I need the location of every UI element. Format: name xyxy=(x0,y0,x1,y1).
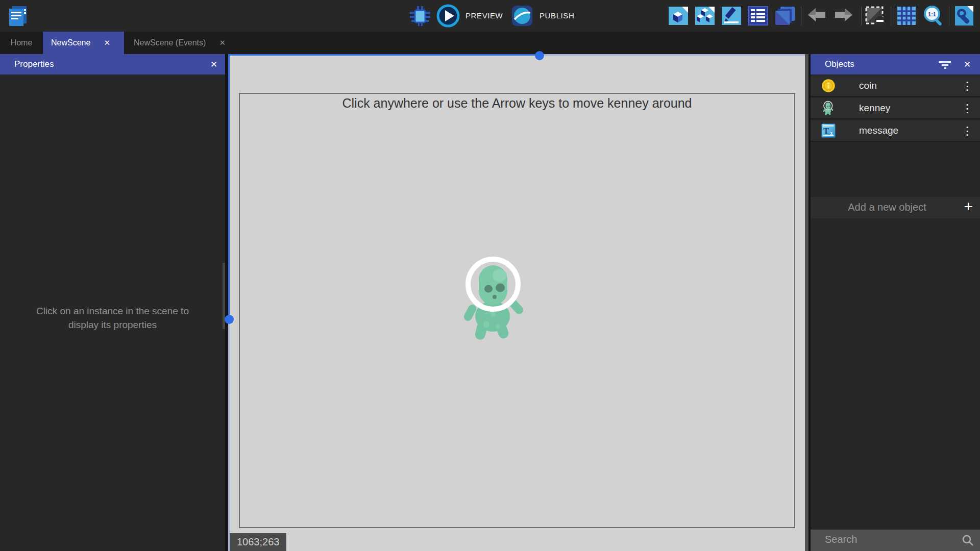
mask-selection-icon[interactable] xyxy=(863,4,887,28)
redo-icon[interactable] xyxy=(832,4,855,28)
object-label: coin xyxy=(859,80,877,91)
preview-button[interactable]: PREVIEW xyxy=(465,0,503,32)
object-row-kenney[interactable]: kenney ⋮ xyxy=(811,98,980,119)
properties-panel: Properties ✕ Click on an instance in the… xyxy=(0,54,225,551)
selection-border-top-dim xyxy=(540,54,805,56)
object-label: kenney xyxy=(859,103,890,114)
toolbar-divider xyxy=(861,7,862,25)
properties-title: Properties xyxy=(14,59,54,69)
edit-scene-pencil-icon[interactable] xyxy=(720,4,743,28)
scene-instruction-text: Click anywhere or use the Arrow keys to … xyxy=(239,96,795,111)
object-menu-icon[interactable]: ⋮ xyxy=(962,80,973,93)
object-label: message xyxy=(859,125,898,136)
scene-properties-icon[interactable] xyxy=(746,4,770,28)
kenney-icon xyxy=(821,101,836,116)
toolbar-divider xyxy=(801,7,801,25)
properties-placeholder-text: Click on an instance in the scene to dis… xyxy=(20,304,205,332)
tab-newscene-events[interactable]: NewScene (Events) ✕ xyxy=(126,32,251,54)
search-input[interactable] xyxy=(825,534,947,545)
publish-button[interactable]: PUBLISH xyxy=(540,0,574,32)
project-settings-wrench-icon[interactable] xyxy=(952,4,976,28)
toolbar-divider xyxy=(949,7,949,25)
objects-title: Objects xyxy=(825,59,854,69)
toolbar-divider xyxy=(891,7,891,25)
cursor-coordinates-badge: 1063;263 xyxy=(230,533,286,551)
tab-home[interactable]: Home xyxy=(0,32,43,54)
top-toolbar: PREVIEW PUBLISH xyxy=(0,0,980,32)
text-object-icon: T x xyxy=(821,123,836,138)
object-menu-icon[interactable]: ⋮ xyxy=(962,102,973,115)
svg-text:1:1: 1:1 xyxy=(928,11,936,17)
objects-editor-icon[interactable] xyxy=(667,4,690,28)
coin-icon xyxy=(821,78,836,93)
close-tab-icon[interactable]: ✕ xyxy=(219,38,226,47)
preview-play-icon[interactable] xyxy=(436,4,460,28)
selection-border-left xyxy=(228,54,230,317)
selection-border-top xyxy=(228,54,540,56)
objects-panel: Objects ✕ coin ⋮ kenney ⋮ xyxy=(811,54,980,551)
tab-bar: Home NewScene ✕ NewScene (Events) ✕ xyxy=(0,32,980,54)
objects-header: Objects ✕ xyxy=(811,54,980,74)
search-icon xyxy=(962,534,974,546)
add-object-row[interactable]: Add a new object + xyxy=(811,197,980,218)
close-properties-icon[interactable]: ✕ xyxy=(210,59,217,70)
selection-border-left-dim xyxy=(228,317,230,551)
filter-icon[interactable] xyxy=(938,60,951,69)
object-menu-icon[interactable]: ⋮ xyxy=(962,124,973,138)
close-objects-icon[interactable]: ✕ xyxy=(964,59,971,70)
instances-list-icon[interactable] xyxy=(693,4,717,28)
svg-text:T: T xyxy=(823,126,829,136)
publish-globe-icon[interactable] xyxy=(510,4,534,28)
zoom-1-1-icon[interactable]: 1:1 xyxy=(921,4,945,28)
add-object-label: Add a new object xyxy=(811,202,964,213)
svg-text:x: x xyxy=(830,130,833,136)
canvas-vertical-scrollbar[interactable] xyxy=(805,54,808,551)
object-row-message[interactable]: T x message ⋮ xyxy=(811,120,980,142)
project-manager-icon[interactable] xyxy=(7,4,29,28)
grid-icon[interactable] xyxy=(895,4,918,28)
plus-icon[interactable]: + xyxy=(964,198,973,215)
kenney-character[interactable] xyxy=(462,254,528,343)
selection-handle-left[interactable] xyxy=(225,315,234,324)
object-row-coin[interactable]: coin ⋮ xyxy=(811,76,980,97)
close-tab-icon[interactable]: ✕ xyxy=(104,38,110,47)
properties-header: Properties ✕ xyxy=(0,54,225,74)
tab-newscene[interactable]: NewScene ✕ xyxy=(43,32,124,54)
objects-search-bar xyxy=(811,530,980,551)
layers-icon[interactable] xyxy=(773,4,797,28)
debug-icon[interactable] xyxy=(408,4,432,28)
selection-handle-top[interactable] xyxy=(535,51,544,60)
scene-editor-canvas[interactable]: Click anywhere or use the Arrow keys to … xyxy=(228,54,808,551)
undo-icon[interactable] xyxy=(805,4,828,28)
